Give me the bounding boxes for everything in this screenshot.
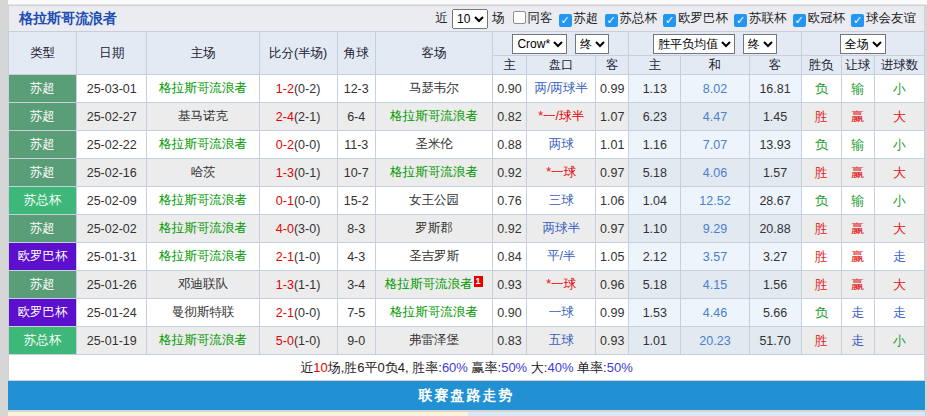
- near-count-select[interactable]: 10: [452, 9, 488, 29]
- sub-header-draw: 和: [681, 56, 749, 75]
- away-team[interactable]: 马瑟韦尔: [375, 75, 492, 103]
- handicap-line: 三球: [527, 187, 596, 215]
- filter-label: 欧冠杯: [808, 11, 846, 25]
- result-goals: 大: [874, 103, 924, 131]
- next-section-right: [468, 412, 925, 416]
- avg-draw-odds: 12.52: [681, 187, 749, 215]
- home-team[interactable]: 格拉斯哥流浪者: [147, 187, 259, 215]
- league-type-cell: 苏超: [9, 103, 77, 131]
- league-type-cell: 苏超: [9, 215, 77, 243]
- scope-select[interactable]: 全场: [840, 34, 886, 54]
- handicap-odds-home: 0.83: [493, 327, 527, 355]
- result-handicap: 输: [841, 187, 874, 215]
- result-goals: 走: [874, 299, 924, 327]
- avg-lose-odds: 28.67: [749, 187, 801, 215]
- filter-label: 苏总杯: [620, 11, 658, 25]
- away-team[interactable]: 罗斯郡: [375, 215, 492, 243]
- away-team[interactable]: 圣米伦: [375, 131, 492, 159]
- home-team[interactable]: 格拉斯哥流浪者: [147, 327, 259, 355]
- filter-checkbox-苏超[interactable]: ✓: [559, 14, 572, 27]
- handicap-odds-away: 1.06: [596, 187, 629, 215]
- away-team[interactable]: 弗雷泽堡: [375, 327, 492, 355]
- filter-checkbox-苏联杯[interactable]: ✓: [734, 14, 747, 27]
- home-team[interactable]: 曼彻斯特联: [147, 299, 259, 327]
- away-team[interactable]: 女王公园: [375, 187, 492, 215]
- sub-header-goals-result: 进球数: [874, 56, 924, 75]
- match-date: 25-02-22: [77, 131, 147, 159]
- avg-lose-odds: 13.93: [749, 131, 801, 159]
- avg-win-odds: 2.12: [629, 243, 681, 271]
- league-trend-button[interactable]: 联赛盘路走势: [8, 381, 925, 410]
- sub-header-result: 胜负: [801, 56, 841, 75]
- handicap-selects-cell: Crow* 终: [493, 32, 629, 56]
- home-team[interactable]: 格拉斯哥流浪者: [147, 131, 259, 159]
- table-row: 苏超 25-03-01 格拉斯哥流浪者 1-2(0-2) 12-3 马瑟韦尔 0…: [9, 75, 925, 103]
- odds-source-select[interactable]: Crow*: [512, 34, 567, 54]
- col-header-home: 主场: [147, 32, 259, 75]
- filter-checkbox-苏总杯[interactable]: ✓: [605, 14, 618, 27]
- score-cell: 0-2(0-0): [259, 131, 337, 159]
- home-team[interactable]: 邓迪联队: [147, 271, 259, 299]
- filter-label: 同客: [528, 11, 553, 25]
- odds-stage-select[interactable]: 终: [575, 34, 609, 54]
- score-cell: 1-2(0-2): [259, 75, 337, 103]
- result-handicap: 赢: [841, 215, 874, 243]
- summary-segment: 50%: [501, 360, 527, 375]
- away-team[interactable]: 格拉斯哥流浪者: [375, 299, 492, 327]
- matches-label: 场: [492, 10, 505, 27]
- home-team[interactable]: 哈茨: [147, 159, 259, 187]
- result-goals: 小: [874, 131, 924, 159]
- filter-checkbox-球会友谊[interactable]: ✓: [851, 14, 864, 27]
- table-row: 苏总杯 25-01-19 格拉斯哥流浪者 5-0(1-0) 9-0 弗雷泽堡 0…: [9, 327, 925, 355]
- handicap-line: 一球: [527, 299, 596, 327]
- card-badge: 1: [474, 276, 483, 287]
- avg-win-odds: 5.18: [629, 271, 681, 299]
- match-date: 25-01-24: [77, 299, 147, 327]
- result-handicap: 输: [841, 131, 874, 159]
- corners: 9-0: [337, 327, 375, 355]
- filter-checkbox-欧冠杯[interactable]: ✓: [793, 14, 806, 27]
- filter-checkbox-同客[interactable]: [513, 11, 526, 24]
- match-date: 25-01-26: [77, 271, 147, 299]
- away-team[interactable]: 格拉斯哥流浪者: [375, 103, 492, 131]
- corners: 8-3: [337, 215, 375, 243]
- sub-header-handicap-result: 让球: [841, 56, 874, 75]
- home-team[interactable]: 格拉斯哥流浪者: [147, 243, 259, 271]
- col-header-corner: 角球: [337, 32, 375, 75]
- avg-draw-odds: 4.46: [681, 299, 749, 327]
- result-goals: 小: [874, 187, 924, 215]
- avg-win-odds: 1.10: [629, 215, 681, 243]
- handicap-odds-home: 0.90: [493, 75, 527, 103]
- sub-header-odds-away: 客: [596, 56, 629, 75]
- league-type-cell: 欧罗巴杯: [9, 243, 77, 271]
- result-goals: 大: [874, 271, 924, 299]
- avg-lose-odds: 3.27: [749, 243, 801, 271]
- result-handicap: 赢: [841, 271, 874, 299]
- home-team[interactable]: 格拉斯哥流浪者: [147, 215, 259, 243]
- result-goals: 走: [874, 243, 924, 271]
- filter-checkbox-欧罗巴杯[interactable]: ✓: [663, 14, 676, 27]
- avg-source-select[interactable]: 胜平负均值: [653, 34, 735, 54]
- home-team[interactable]: 基马诺克: [147, 103, 259, 131]
- handicap-line: 两球半: [527, 215, 596, 243]
- home-team[interactable]: 格拉斯哥流浪者: [147, 75, 259, 103]
- result-handicap: 赢: [841, 243, 874, 271]
- avg-lose-odds: 20.88: [749, 215, 801, 243]
- away-team[interactable]: 格拉斯哥流浪者1: [375, 271, 492, 299]
- result-winlose: 胜: [801, 159, 841, 187]
- filter-label: 欧罗巴杯: [678, 11, 728, 25]
- avg-stage-select[interactable]: 终: [743, 34, 777, 54]
- away-team[interactable]: 圣吉罗斯: [375, 243, 492, 271]
- sub-header-win: 主: [629, 56, 681, 75]
- avg-lose-odds: 1.56: [749, 271, 801, 299]
- match-date: 25-02-09: [77, 187, 147, 215]
- avg-win-odds: 1.13: [629, 75, 681, 103]
- avg-lose-odds: 1.45: [749, 103, 801, 131]
- handicap-odds-away: 0.97: [596, 159, 629, 187]
- summary-text: 近10场,胜6平0负4, 胜率:60% 赢率:50% 大:40% 单率:50%: [300, 359, 632, 377]
- handicap-line: 两/两球半: [527, 75, 596, 103]
- summary-segment: 近: [300, 360, 313, 375]
- score-cell: 2-1(1-0): [259, 243, 337, 271]
- away-team[interactable]: 格拉斯哥流浪者: [375, 159, 492, 187]
- corners: 7-5: [337, 299, 375, 327]
